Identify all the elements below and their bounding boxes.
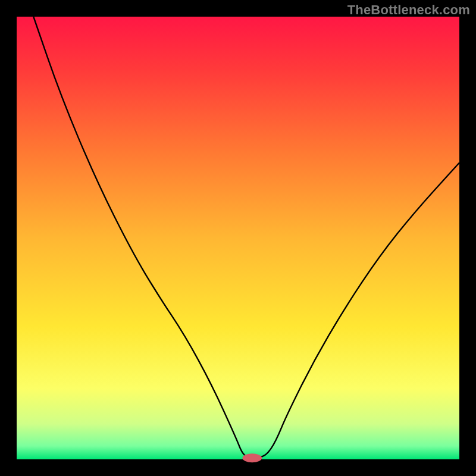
optimal-marker xyxy=(242,453,262,462)
watermark-text: TheBottleneck.com xyxy=(347,2,470,18)
chart-svg xyxy=(0,0,476,476)
bottleneck-chart: TheBottleneck.com xyxy=(0,0,476,476)
plot-background xyxy=(17,17,459,459)
